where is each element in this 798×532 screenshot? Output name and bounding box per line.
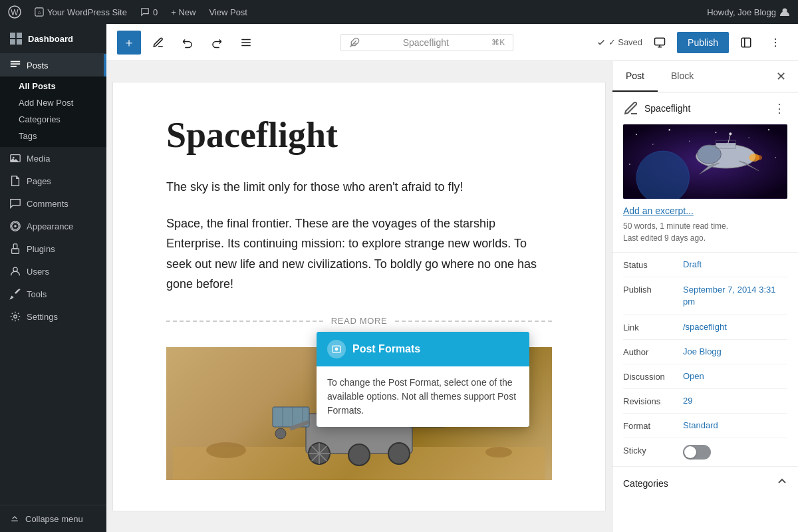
sidebar-item-posts[interactable]: Posts — [0, 54, 106, 76]
list-view-button[interactable] — [234, 31, 258, 55]
field-author: Author Joe Blogg — [623, 340, 787, 364]
sticky-toggle[interactable] — [683, 445, 711, 460]
sidebar-toggle-icon — [740, 37, 752, 49]
site-name-link[interactable]: ⌂ Your WordPress Site — [32, 7, 130, 17]
field-revisions-value[interactable]: 29 — [683, 396, 692, 406]
svg-text:⌂: ⌂ — [38, 9, 41, 15]
redo-button[interactable] — [205, 31, 229, 55]
featured-image[interactable] — [623, 124, 787, 199]
checkmark-icon — [597, 38, 606, 47]
read-more-line-right — [395, 321, 552, 322]
add-block-button[interactable]: ＋ — [117, 31, 141, 55]
document-more-button[interactable]: ⋮ — [771, 100, 787, 116]
tooltip-header-icon — [327, 340, 346, 358]
field-discussion-value[interactable]: Open — [683, 371, 704, 381]
tab-block[interactable]: Block — [658, 61, 707, 92]
post-body[interactable]: The sky is the limit only for those who … — [166, 177, 552, 295]
sidebar-item-media[interactable]: Media — [0, 147, 106, 170]
dashboard-link[interactable]: Dashboard — [0, 24, 106, 54]
sidebar-item-users[interactable]: Users — [0, 260, 106, 283]
svg-point-74 — [698, 145, 722, 164]
add-block-icon: ＋ — [123, 35, 135, 51]
sidebar-item-pages[interactable]: Pages — [0, 170, 106, 192]
tab-post[interactable]: Post — [612, 61, 658, 92]
sidebar-subitem-categories[interactable]: Categories — [0, 111, 106, 128]
sidebar-item-users-label: Users — [27, 267, 49, 277]
dashboard-label: Dashboard — [28, 34, 73, 44]
comments-link[interactable]: 0 — [138, 7, 160, 17]
read-more-divider: READ MORE — [166, 316, 552, 326]
toggle-sidebar-button[interactable] — [734, 31, 758, 55]
svg-rect-9 — [11, 61, 20, 63]
field-discussion-label: Discussion — [623, 371, 683, 382]
svg-point-52 — [388, 443, 410, 464]
field-sticky: Sticky — [623, 438, 787, 466]
svg-point-36 — [485, 447, 512, 458]
collapse-menu-button[interactable]: Collapse menu — [0, 505, 106, 532]
field-status-value[interactable]: Draft — [683, 259, 702, 269]
active-indicator — [104, 54, 106, 76]
sidebar-item-appearance[interactable]: Appearance — [0, 215, 106, 237]
field-link-label: Link — [623, 322, 683, 332]
sidebar-item-tools-label: Tools — [27, 289, 47, 299]
field-sticky-label: Sticky — [623, 445, 683, 456]
right-panel: Post Block ✕ Spaceflight ⋮ — [612, 61, 798, 532]
svg-text:W: W — [11, 8, 19, 17]
field-discussion: Discussion Open — [623, 364, 787, 389]
more-options-button[interactable] — [763, 31, 787, 55]
user-greeting[interactable]: Howdy, Joe Blogg — [704, 7, 793, 17]
panel-document-section: Spaceflight ⋮ — [612, 92, 798, 253]
view-post-link[interactable]: View Post — [206, 7, 250, 17]
sidebar-item-tools[interactable]: Tools — [0, 283, 106, 305]
publish-button[interactable]: Publish — [677, 32, 729, 53]
view-toggle-button[interactable] — [648, 31, 672, 55]
svg-point-32 — [775, 41, 776, 43]
sidebar-item-settings[interactable]: Settings — [0, 305, 106, 328]
doc-title-row: Spaceflight ⋮ — [623, 100, 787, 116]
wp-logo-link[interactable]: W — [5, 5, 24, 19]
svg-point-14 — [14, 225, 17, 227]
post-paragraph-1: The sky is the limit only for those who … — [166, 177, 552, 198]
more-icon — [769, 37, 781, 49]
sidebar-item-plugins[interactable]: Plugins — [0, 237, 106, 260]
collapse-menu-label: Collapse menu — [25, 514, 83, 524]
edit-pen-button[interactable] — [146, 31, 170, 55]
saved-status: ✓ Saved — [597, 37, 642, 47]
undo-button[interactable] — [176, 31, 200, 55]
svg-rect-6 — [17, 33, 22, 38]
svg-point-33 — [775, 45, 776, 47]
excerpt-link[interactable]: Add an excerpt... — [623, 205, 787, 216]
field-author-value[interactable]: Joe Blogg — [683, 346, 722, 356]
field-status-label: Status — [623, 259, 683, 270]
new-post-link[interactable]: + New — [168, 7, 198, 17]
svg-point-31 — [775, 38, 776, 39]
sidebar-item-pages-label: Pages — [27, 176, 51, 186]
field-link-value[interactable]: /spaceflight — [683, 322, 727, 332]
field-format-value[interactable]: Standard — [683, 420, 718, 430]
sidebar-section-posts: Posts — [0, 54, 106, 76]
panel-close-button[interactable]: ✕ — [769, 65, 793, 88]
svg-rect-16 — [12, 249, 19, 253]
post-content-area: Spaceflight The sky is the limit only fo… — [106, 61, 612, 532]
svg-point-69 — [629, 164, 630, 165]
sidebar-subitem-add-new[interactable]: Add New Post — [0, 94, 106, 111]
field-publish-value[interactable]: September 7, 2014 3:31 pm — [683, 284, 787, 308]
sidebar-subitem-all-posts[interactable]: All Posts — [0, 78, 106, 94]
svg-point-51 — [348, 444, 370, 466]
read-more-line-left — [166, 321, 323, 322]
list-view-icon — [240, 37, 252, 49]
post-formats-tooltip: Post Formats To change the Post Format, … — [317, 332, 529, 427]
categories-toggle-button[interactable] — [777, 476, 787, 490]
svg-point-64 — [669, 129, 670, 130]
sidebar-item-media-label: Media — [27, 154, 50, 164]
post-title[interactable]: Spaceflight — [166, 114, 552, 156]
sidebar-subitem-tags[interactable]: Tags — [0, 128, 106, 144]
sidebar-item-comments[interactable]: Comments — [0, 192, 106, 215]
tooltip-body: To change the Post Format, select one of… — [317, 366, 529, 427]
redo-icon — [211, 37, 223, 49]
field-author-label: Author — [623, 346, 683, 357]
sidebar-item-settings-label: Settings — [27, 312, 58, 322]
svg-point-76 — [755, 155, 762, 160]
command-palette[interactable]: Spaceflight ⌘K — [340, 34, 513, 51]
svg-rect-7 — [10, 39, 15, 45]
